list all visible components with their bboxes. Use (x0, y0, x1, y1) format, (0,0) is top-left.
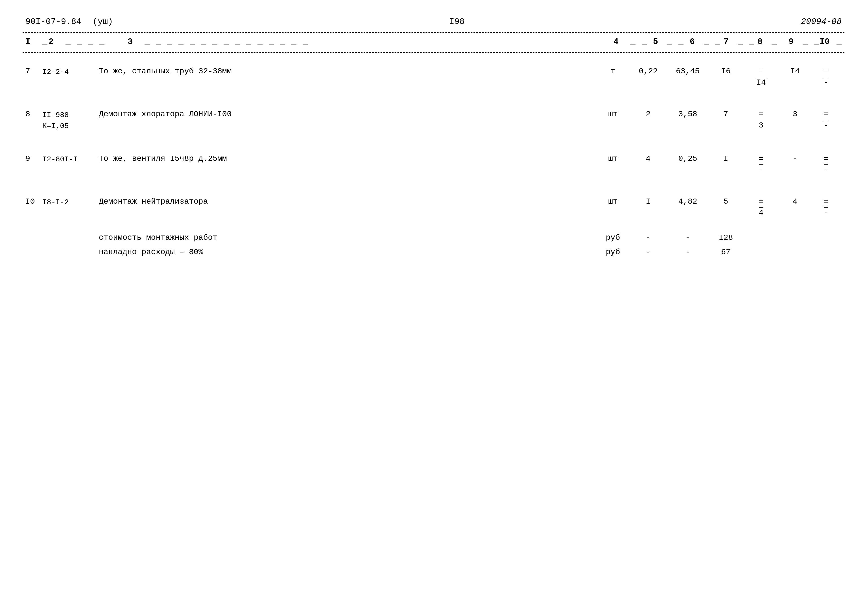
header-right-code: 20094-08 (801, 17, 842, 27)
summary-1-unit: руб (596, 233, 630, 242)
col-header-4: 4 (613, 37, 631, 47)
dashes-8-9: _ (772, 37, 788, 47)
row-9-desc: То же, вентиля I5ч8р д.25мм (99, 154, 596, 163)
row-10-col9-fraction: = - (824, 197, 829, 217)
row-10-fraction-bot: 4 (759, 207, 764, 218)
row-7-fraction-bot: I4 (756, 77, 766, 88)
summary-1-price: - (667, 233, 709, 242)
row-10-num: I0 (25, 197, 43, 206)
dashes-6-7: _ _ (704, 37, 724, 47)
header-center-page: I98 (449, 17, 465, 27)
row-8-col6: 7 (709, 110, 743, 118)
dashes-7-8: _ _ (738, 37, 757, 47)
row-10-col8: 4 (779, 197, 810, 206)
row-10-unit: шт (596, 197, 630, 206)
row-9-qty: 4 (630, 154, 667, 163)
summary-2-unit: руб (596, 248, 630, 256)
row-9-col9-top: = (824, 154, 829, 165)
row-10-qty: I (630, 197, 667, 206)
table-row-7: 7 I2-2-4 То же, стальных труб 32-38мм т … (22, 58, 845, 96)
col-header-7: 7 (724, 37, 738, 47)
header-left-code: 90I-07-9.84 (25, 17, 81, 27)
col-header-6: 6 (690, 37, 704, 47)
row-9-col9-fraction: = - (824, 154, 829, 174)
row-9-unit: шт (596, 154, 630, 163)
row-8-desc: Демонтаж хлоратора ЛОНИИ-I00 (99, 110, 596, 118)
row-7-col9-bot: - (824, 77, 829, 88)
summary-1-desc: стоимость монтажных работ (99, 233, 596, 242)
row-7-col9-top: = (824, 67, 829, 77)
col-header-10: I0 (820, 37, 837, 47)
col-header-1: I (25, 37, 43, 47)
row-8-code: II-988K=I,05 (43, 110, 99, 132)
header-left: 90I-07-9.84 (уш) (25, 17, 113, 27)
row-7-col7: = I4 (743, 67, 779, 87)
summary-row-2: накладно расходы – 80% руб - - 67 (22, 245, 845, 259)
dashes-3-4: _ _ _ _ _ _ _ _ _ _ _ _ _ _ _ (145, 37, 613, 47)
row-8-qty: 2 (630, 110, 667, 118)
row-10-col9-top: = (824, 197, 829, 207)
row-10-desc: Демонтаж нейтрализатора (99, 197, 596, 206)
summary-2-price: - (667, 248, 709, 256)
row-8-col9-bot: - (824, 120, 829, 130)
row-8-col9: = - (810, 110, 842, 130)
row-10-code: I8-I-2 (43, 197, 99, 207)
row-10-col6: 5 (709, 197, 743, 206)
row-7-price: 63,45 (667, 67, 709, 75)
row-9-price: 0,25 (667, 154, 709, 163)
row-7-col9-fraction: = - (824, 67, 829, 87)
row-7-num: 7 (25, 67, 43, 75)
row-10-price: 4,82 (667, 197, 709, 206)
row-10-col9: = - (810, 197, 842, 217)
col-header-3: 3 (128, 37, 145, 47)
dashes-4-5: _ _ (631, 37, 653, 47)
row-8-price: 3,58 (667, 110, 709, 118)
row-8-num: 8 (25, 110, 43, 118)
row-8-fraction-top: = (759, 110, 764, 120)
col-header-5: 5 (653, 37, 667, 47)
column-headers-row: I _ 2 _ _ _ _ 3 _ _ _ _ _ _ _ _ _ _ _ _ … (22, 36, 845, 53)
row-9-fraction-bot: - (759, 165, 764, 175)
row-7-code: I2-2-4 (43, 67, 99, 77)
row-8-col7: = 3 (743, 110, 779, 130)
row-9-col9: = - (810, 154, 842, 174)
dashes-2-3: _ _ _ _ (66, 37, 128, 47)
summary-2-col6: 67 (709, 248, 743, 256)
table-row-9: 9 I2-80I-I То же, вентиля I5ч8р д.25мм ш… (22, 146, 845, 183)
row-9-fraction-top: = (759, 154, 764, 165)
summary-2-qty: - (630, 248, 667, 256)
col-header-9: 9 (788, 37, 802, 47)
row-8-col9-top: = (824, 110, 829, 120)
table-row-10: I0 I8-I-2 Демонтаж нейтрализатора шт I 4… (22, 189, 845, 226)
row-7-col6: I6 (709, 67, 743, 75)
row-7-unit: т (596, 67, 630, 75)
table-row-8: 8 II-988K=I,05 Демонтаж хлоратора ЛОНИИ-… (22, 101, 845, 140)
col-header-10-dash: _ (837, 37, 842, 47)
dashes-9-10: _ _ (802, 37, 820, 47)
summary-2-desc: накладно расходы – 80% (99, 248, 596, 256)
row-9-col9-bot: - (824, 165, 829, 175)
row-9-code: I2-80I-I (43, 154, 99, 165)
row-7-col9: = - (810, 67, 842, 87)
row-8-unit: шт (596, 110, 630, 118)
col-header-2: 2 (49, 37, 66, 47)
row-7-desc: То же, стальных труб 32-38мм (99, 67, 596, 75)
row-10-fraction: = 4 (759, 197, 764, 217)
row-8-col8: 3 (779, 110, 810, 118)
summary-row-1: стоимость монтажных работ руб - - I28 (22, 229, 845, 245)
page-header: 90I-07-9.84 (уш) I98 20094-08 (22, 17, 845, 27)
row-9-col7: = - (743, 154, 779, 174)
summary-1-qty: - (630, 233, 667, 242)
row-9-num: 9 (25, 154, 43, 163)
row-10-col9-bot: - (824, 207, 829, 218)
row-8-col9-fraction: = - (824, 110, 829, 130)
row-8-fraction: = 3 (759, 110, 764, 130)
header-left-type: (уш) (93, 17, 113, 27)
row-8-fraction-bot: 3 (759, 120, 764, 130)
row-9-col8: - (779, 154, 810, 163)
col-header-8: 8 (757, 37, 772, 47)
summary-1-col6: I28 (709, 233, 743, 242)
row-9-fraction: = - (759, 154, 764, 174)
row-7-fraction: = I4 (756, 67, 766, 87)
row-7-col8: I4 (779, 67, 810, 75)
